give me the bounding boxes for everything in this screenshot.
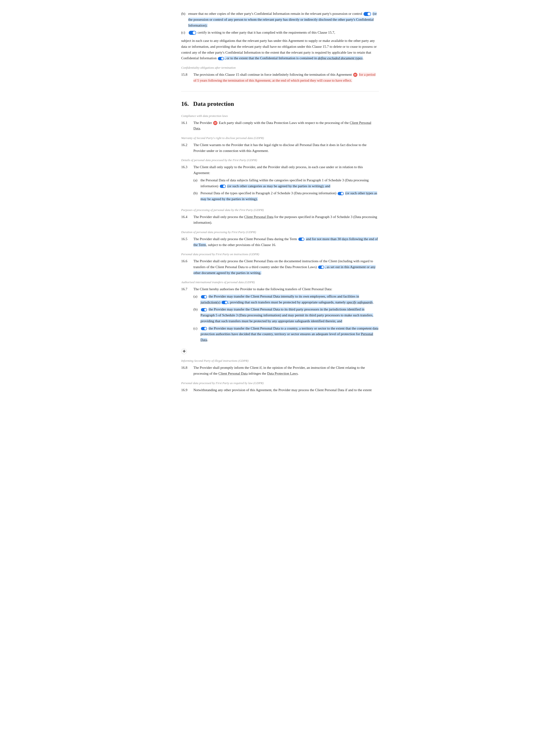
clause-167c-letter: (c) bbox=[193, 325, 200, 343]
clause-163-label: Details of personal data processed by th… bbox=[181, 158, 379, 163]
clause-162-num: 16.2 bbox=[181, 142, 193, 154]
clause-163a-text: the Personal Data of data subjects falli… bbox=[200, 177, 379, 189]
cpd-164: Client Personal Data bbox=[244, 215, 273, 219]
section-16-title: Data protection bbox=[193, 101, 234, 107]
toggle-b[interactable] bbox=[364, 12, 371, 16]
clause-164-row: 16.4 The Provider shall only process the… bbox=[181, 214, 379, 226]
item-b-text: ensure that no other copies of the other… bbox=[188, 11, 379, 28]
clause-161-label: Compliance with data protection laws bbox=[181, 114, 379, 119]
add-clause-button[interactable]: ✚ bbox=[181, 348, 187, 354]
clause-169-num: 16.9 bbox=[181, 387, 193, 393]
or-badge-158: or bbox=[353, 73, 358, 77]
clause-168-num: 16.8 bbox=[181, 365, 193, 377]
clause-167a-text: the Provider may transfer the Client Per… bbox=[200, 294, 379, 305]
clause-158-text: The provisions of this Clause 15 shall c… bbox=[193, 72, 379, 84]
cpd-168: Client Personal Data bbox=[218, 372, 248, 376]
clause-165-label: Duration of personal data processing by … bbox=[181, 230, 379, 235]
clause-167-label: Authorised international transfers of pe… bbox=[181, 280, 379, 285]
clause-164-num: 16.4 bbox=[181, 214, 193, 226]
toggle-167c[interactable] bbox=[201, 327, 207, 330]
highlight-167a: the Provider may transfer the Client Per… bbox=[200, 294, 373, 304]
sub-clause-row-c: (c) certify in writing to the other part… bbox=[181, 30, 379, 35]
clause-166-row: 16.6 The Provider shall only process the… bbox=[181, 258, 379, 276]
item-b-label: (b) bbox=[181, 11, 188, 28]
clause-167b-letter: (b) bbox=[193, 306, 200, 324]
highlight-163a: (or such other categories as may be agre… bbox=[227, 184, 330, 188]
sub-clause-row-b: (b) ensure that no other copies of the o… bbox=[181, 11, 379, 28]
item-c-label: (c) bbox=[181, 30, 188, 35]
clause-158-num: 15.8 bbox=[181, 72, 193, 84]
clause-162-text: The Client warrants to the Provider that… bbox=[193, 142, 379, 154]
clause-163-row: 16.3 The Client shall only supply to the… bbox=[181, 164, 379, 203]
clause-158-container: Confidentiality obligations after termin… bbox=[181, 65, 379, 83]
toggle-163a[interactable] bbox=[220, 185, 226, 188]
clause-163-text: The Client shall only supply to the Prov… bbox=[193, 164, 379, 203]
clause-163b-row: (b) Personal Data of the types specified… bbox=[193, 190, 379, 202]
clause-167c-text: the Provider may transfer the Client Per… bbox=[200, 325, 379, 343]
toggle-167b[interactable] bbox=[201, 308, 207, 311]
clause-169-label: Personal data processed by First Party a… bbox=[181, 381, 379, 386]
clause-169-text: Notwithstanding any other provision of t… bbox=[193, 387, 379, 393]
item-c-text: certify in writing to the other party th… bbox=[188, 30, 379, 35]
toggle-166[interactable] bbox=[318, 266, 324, 269]
toggle-167a2[interactable] bbox=[222, 301, 228, 304]
clause-163a-letter: (a) bbox=[193, 177, 200, 189]
clause-168-text: The Provider shall promptly inform the C… bbox=[193, 365, 379, 377]
toggle-167a[interactable] bbox=[201, 295, 207, 298]
toggle-163b[interactable] bbox=[338, 192, 344, 195]
section-16-heading: 16. Data protection bbox=[181, 99, 379, 109]
section-16: 16. Data protection Compliance with data… bbox=[181, 99, 379, 393]
toggle-165[interactable] bbox=[298, 238, 304, 241]
clause-167-sub: (a) the Provider may transfer the Client… bbox=[193, 294, 379, 343]
clause-166-label: Personal data processed by First Party o… bbox=[181, 252, 379, 257]
toggle-retain[interactable] bbox=[218, 57, 224, 60]
clause-167c-row: (c) the Provider may transfer the Client… bbox=[193, 325, 379, 343]
highlight-163b: (or such other types as may be agreed by… bbox=[200, 191, 377, 201]
clause-168-row: 16.8 The Provider shall promptly inform … bbox=[181, 365, 379, 377]
excluded-doc-types: define excluded document types bbox=[318, 56, 362, 60]
clause-163a-row: (a) the Personal Data of data subjects f… bbox=[193, 177, 379, 189]
item-b-highlight: (or the possession or control of any per… bbox=[188, 12, 377, 27]
dpl-168: Data Protection Laws bbox=[267, 372, 298, 376]
jurisdictions-167a: jurisdiction(s) bbox=[200, 300, 220, 304]
clause-162-row: 16.2 The Client warrants to the Provider… bbox=[181, 142, 379, 154]
clause-163b-letter: (b) bbox=[193, 190, 200, 202]
clause-165-text: The Provider shall only process the Clie… bbox=[193, 236, 379, 248]
clause-165-num: 16.5 bbox=[181, 236, 193, 248]
highlight-165: and for not more than 30 days following … bbox=[193, 237, 378, 247]
clause-165-row: 16.5 The Provider shall only process the… bbox=[181, 236, 379, 248]
clause-167-text: The Client hereby authorises the Provide… bbox=[193, 286, 379, 344]
highlight-167b: the Provider may transfer the Client Per… bbox=[200, 307, 373, 323]
clause-161-text: The Provider or Each party shall comply … bbox=[193, 120, 379, 132]
clause-158-row: 15.8 The provisions of this Clause 15 sh… bbox=[181, 72, 379, 84]
clause-169-row: 16.9 Notwithstanding any other provision… bbox=[181, 387, 379, 393]
clause-166-num: 16.6 bbox=[181, 258, 193, 276]
add-clause-container: ✚ bbox=[181, 347, 379, 354]
clause-161-num: 16.1 bbox=[181, 120, 193, 132]
clause-166-text: The Provider shall only process the Clie… bbox=[193, 258, 379, 276]
clause-167b-row: (b) the Provider may transfer the Client… bbox=[193, 306, 379, 324]
clause-164-label: Purposes of processing of personal data … bbox=[181, 208, 379, 212]
subject-paragraph: subject in each case to any obligations … bbox=[181, 38, 379, 61]
or-badge-161: or bbox=[213, 121, 218, 125]
highlight-167c: the Provider may transfer the Client Per… bbox=[200, 326, 378, 342]
clause-163-sub: (a) the Personal Data of data subjects f… bbox=[193, 177, 379, 202]
toggle-c[interactable] bbox=[189, 31, 196, 35]
section-16-number: 16. bbox=[181, 99, 189, 109]
specify-safeguards-167a: specify safeguards bbox=[346, 300, 373, 304]
clause-161-row: 16.1 The Provider or Each party shall co… bbox=[181, 120, 379, 132]
sub-clause-b: (b) ensure that no other copies of the o… bbox=[181, 11, 379, 35]
highlight-extent: , or to the extent that the Confidential… bbox=[225, 56, 363, 60]
prev-section: (b) ensure that no other copies of the o… bbox=[181, 11, 379, 92]
clause-167b-text: the Provider may transfer the Client Per… bbox=[200, 306, 379, 324]
clause-168-label: Informing Second Party of illegal instru… bbox=[181, 358, 379, 363]
personal-data-167c: Personal Data bbox=[200, 332, 373, 342]
clause-167a-letter: (a) bbox=[193, 294, 200, 305]
clause-164-text: The Provider shall only process the Clie… bbox=[193, 214, 379, 226]
clause-167a-row: (a) the Provider may transfer the Client… bbox=[193, 294, 379, 305]
client-personal-data-161: Client Personal Data bbox=[193, 121, 371, 131]
clause-163-num: 16.3 bbox=[181, 164, 193, 203]
highlight-166: , as set out in this Agreement or any ot… bbox=[193, 265, 376, 275]
clause-163b-text: Personal Data of the types specified in … bbox=[200, 190, 379, 202]
clause-158-highlight: for a period of 5 years following the te… bbox=[193, 73, 376, 82]
